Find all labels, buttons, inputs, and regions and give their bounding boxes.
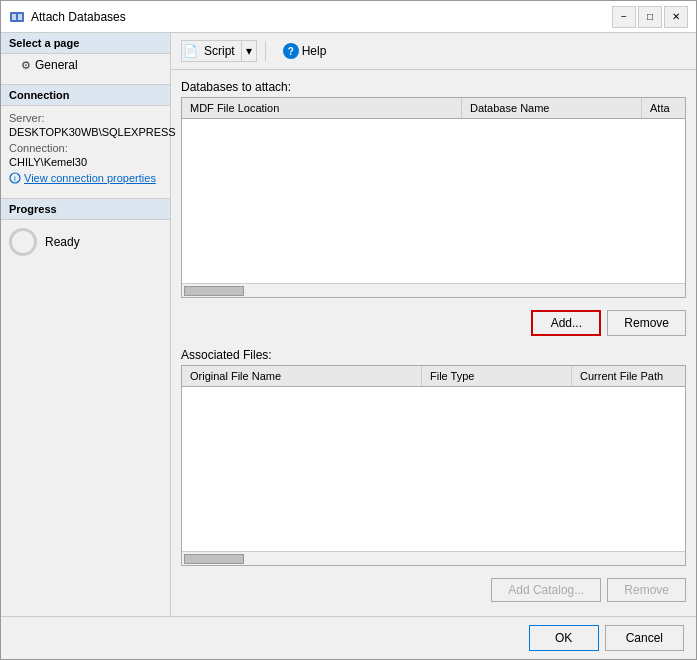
connection-label: Connection: bbox=[9, 142, 68, 154]
main-content: 📄 Script ▾ ? Help Databases to attach: bbox=[171, 33, 696, 616]
progress-spinner bbox=[9, 228, 37, 256]
sidebar-item-general[interactable]: ⚙ General bbox=[1, 54, 170, 76]
databases-table-body bbox=[182, 119, 685, 283]
catalog-buttons: Add Catalog... Remove bbox=[181, 574, 686, 606]
assoc-table-header: Original File Name File Type Current Fil… bbox=[182, 366, 685, 387]
col-file-type: File Type bbox=[422, 366, 572, 386]
progress-content: Ready bbox=[1, 220, 170, 264]
assoc-panel-label: Associated Files: bbox=[181, 348, 686, 362]
general-icon: ⚙ bbox=[21, 59, 31, 72]
close-button[interactable]: ✕ bbox=[664, 6, 688, 28]
connection-header: Connection bbox=[1, 85, 170, 106]
server-label: Server: bbox=[9, 112, 44, 124]
script-icon: 📄 bbox=[182, 43, 198, 59]
databases-table-header: MDF File Location Database Name Atta bbox=[182, 98, 685, 119]
databases-scrollbar[interactable] bbox=[182, 283, 685, 297]
help-icon: ? bbox=[283, 43, 299, 59]
svg-text:i: i bbox=[14, 174, 16, 183]
server-value: DESKTOPK30WB\SQLEXPRESS bbox=[9, 126, 162, 138]
remove-button[interactable]: Remove bbox=[607, 310, 686, 336]
link-icon: i bbox=[9, 172, 21, 184]
main-panels: Databases to attach: MDF File Location D… bbox=[171, 70, 696, 616]
title-text: Attach Databases bbox=[31, 10, 612, 24]
svg-rect-1 bbox=[12, 14, 16, 20]
databases-panel: Databases to attach: MDF File Location D… bbox=[181, 80, 686, 298]
progress-section: Progress Ready bbox=[1, 198, 170, 264]
script-dropdown[interactable]: 📄 Script ▾ bbox=[181, 40, 257, 62]
assoc-table-body bbox=[182, 387, 685, 551]
assoc-scrollbar[interactable] bbox=[182, 551, 685, 565]
col-mdf-location: MDF File Location bbox=[182, 98, 462, 118]
add-button[interactable]: Add... bbox=[531, 310, 601, 336]
databases-table: MDF File Location Database Name Atta bbox=[181, 97, 686, 298]
col-current-path: Current File Path bbox=[572, 366, 685, 386]
title-bar: Attach Databases − □ ✕ bbox=[1, 1, 696, 33]
assoc-scrollbar-thumb[interactable] bbox=[184, 554, 244, 564]
dialog-footer: OK Cancel bbox=[1, 616, 696, 659]
databases-panel-label: Databases to attach: bbox=[181, 80, 686, 94]
add-catalog-button[interactable]: Add Catalog... bbox=[491, 578, 601, 602]
col-database-name: Database Name bbox=[462, 98, 642, 118]
help-button[interactable]: ? Help bbox=[274, 39, 336, 63]
sidebar: Select a page ⚙ General Connection Serve… bbox=[1, 33, 171, 616]
connection-value: CHILY\Kemel30 bbox=[9, 156, 162, 168]
assoc-table: Original File Name File Type Current Fil… bbox=[181, 365, 686, 566]
window-controls: − □ ✕ bbox=[612, 6, 688, 28]
select-page-header: Select a page bbox=[1, 33, 170, 54]
dialog-body: Select a page ⚙ General Connection Serve… bbox=[1, 33, 696, 616]
script-dropdown-arrow: ▾ bbox=[241, 41, 256, 61]
sidebar-item-label: General bbox=[35, 58, 78, 72]
databases-buttons: Add... Remove bbox=[181, 306, 686, 340]
progress-header: Progress bbox=[1, 199, 170, 220]
associated-panel: Associated Files: Original File Name Fil… bbox=[181, 348, 686, 566]
ok-button[interactable]: OK bbox=[529, 625, 599, 651]
attach-databases-dialog: Attach Databases − □ ✕ Select a page ⚙ G… bbox=[0, 0, 697, 660]
toolbar: 📄 Script ▾ ? Help bbox=[171, 33, 696, 70]
help-label: Help bbox=[302, 44, 327, 58]
title-icon bbox=[9, 9, 25, 25]
script-label: Script bbox=[198, 41, 241, 61]
toolbar-divider bbox=[265, 41, 266, 61]
col-original-file: Original File Name bbox=[182, 366, 422, 386]
connection-section: Connection Server: DESKTOPK30WB\SQLEXPRE… bbox=[1, 84, 170, 190]
minimize-button[interactable]: − bbox=[612, 6, 636, 28]
maximize-button[interactable]: □ bbox=[638, 6, 662, 28]
progress-status: Ready bbox=[45, 235, 80, 249]
svg-rect-2 bbox=[18, 14, 22, 20]
col-atta: Atta bbox=[642, 98, 685, 118]
databases-scrollbar-thumb[interactable] bbox=[184, 286, 244, 296]
connection-details: Server: DESKTOPK30WB\SQLEXPRESS Connecti… bbox=[1, 106, 170, 190]
remove-catalog-button[interactable]: Remove bbox=[607, 578, 686, 602]
view-connection-text: View connection properties bbox=[24, 172, 156, 184]
cancel-button[interactable]: Cancel bbox=[605, 625, 684, 651]
view-connection-link[interactable]: i View connection properties bbox=[9, 172, 162, 184]
